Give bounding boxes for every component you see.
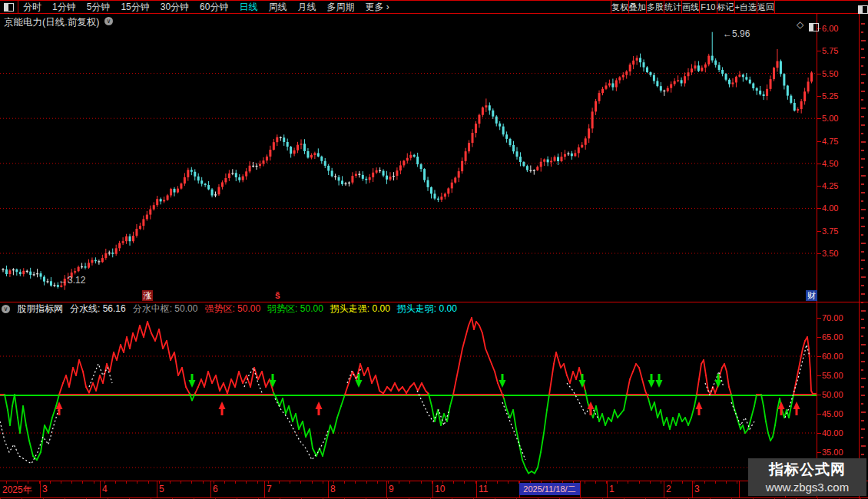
month-separator xyxy=(692,481,693,497)
month-separator xyxy=(386,481,387,497)
price-axis-label: 4.75 xyxy=(822,137,838,147)
date-axis[interactable]: 2025年345678910111232025/11/18/二 xyxy=(0,481,817,497)
action-button-0[interactable]: 复权 xyxy=(611,1,628,13)
price-axis-label: 4.25 xyxy=(822,181,838,191)
action-button-7[interactable]: +自选 xyxy=(734,1,757,13)
indicator-pane[interactable] xyxy=(0,302,817,481)
month-separator xyxy=(739,481,740,497)
price-callout-1: ←5.96 xyxy=(723,28,750,39)
indicator-axis-label: 65.00 xyxy=(822,332,843,342)
action-button-3[interactable]: 统计 xyxy=(664,1,681,13)
panel-toggle-button[interactable] xyxy=(0,1,18,13)
tab-period-2[interactable]: 5分钟 xyxy=(87,1,111,14)
top-toolbar: 分时1分钟5分钟15分钟30分钟60分钟日线周线月线多周期更多 › 复权叠加多股… xyxy=(0,0,868,14)
date-label-2: 4 xyxy=(102,484,108,494)
tab-period-6[interactable]: 日线 xyxy=(239,1,257,14)
tab-period-7[interactable]: 周线 xyxy=(268,1,287,14)
indicator-axis-label: 40.00 xyxy=(822,428,843,438)
price-axis-label: 5.50 xyxy=(822,69,838,79)
title-dropdown-icon[interactable]: ∨ xyxy=(104,17,113,25)
month-separator xyxy=(100,481,101,497)
sidebar-toggle-button[interactable] xyxy=(858,3,868,17)
chart-marker-1: ŝ xyxy=(275,290,280,301)
indicator-axis-label: 50.00 xyxy=(822,390,843,400)
price-axis-label: 3.75 xyxy=(822,226,838,236)
date-label-6: 8 xyxy=(330,484,336,494)
period-tab-bar: 分时1分钟5分钟15分钟30分钟60分钟日线周线月线多周期更多 › xyxy=(23,1,389,13)
panel-icon xyxy=(4,3,14,12)
month-separator xyxy=(607,481,608,497)
action-button-2[interactable]: 多股 xyxy=(646,1,664,13)
tab-period-8[interactable]: 月线 xyxy=(297,1,316,14)
tab-period-0[interactable]: 分时 xyxy=(23,1,41,14)
watermark-title: 指标公式网 xyxy=(748,460,866,480)
panel-icon-right[interactable] xyxy=(809,21,819,35)
indicator-param-4: 弱势区: 50.00 xyxy=(267,302,323,316)
watermark-url: www.zbgs3.com xyxy=(748,481,866,494)
indicator-axis-label: 55.00 xyxy=(822,371,843,381)
tab-period-3[interactable]: 15分钟 xyxy=(121,1,149,14)
tab-period-9[interactable]: 多周期 xyxy=(326,1,354,14)
indicator-param-3: 强势区: 50.00 xyxy=(204,302,260,316)
price-axis-label: 5.75 xyxy=(822,46,838,56)
tab-period-10[interactable]: 更多 › xyxy=(365,1,389,14)
month-separator xyxy=(328,481,329,497)
action-button-5[interactable]: F10 xyxy=(699,1,717,13)
tab-period-5[interactable]: 60分钟 xyxy=(200,1,228,14)
indicator-axis-label: 70.00 xyxy=(822,313,843,323)
date-label-8: 10 xyxy=(435,484,445,494)
indicator-canvas xyxy=(0,302,817,481)
date-label-7: 9 xyxy=(389,484,394,494)
right-edge-strip[interactable] xyxy=(859,14,868,499)
stock-title: 京能电力(日线.前复权) xyxy=(4,16,99,29)
diamond-icon[interactable]: ◇ xyxy=(797,20,803,29)
sidebar-panel-icon xyxy=(858,5,868,14)
app-window: 分时1分钟5分钟15分钟30分钟60分钟日线周线月线多周期更多 › 复权叠加多股… xyxy=(0,0,868,499)
date-label-0: 2025年 xyxy=(2,484,32,497)
chart-marker-2: 财 xyxy=(806,290,817,301)
action-button-4[interactable]: 画线 xyxy=(681,1,699,13)
tab-period-1[interactable]: 1分钟 xyxy=(52,1,76,14)
date-label-1: 3 xyxy=(42,484,48,494)
chart-titlebar: 京能电力(日线.前复权) ∨ ◇ xyxy=(0,14,817,28)
indicator-collapse-icon[interactable]: ∨ xyxy=(2,305,10,313)
action-button-bar: 复权叠加多股统计画线F10标记+自选返回 xyxy=(611,1,775,13)
action-button-6[interactable]: 标记 xyxy=(717,1,734,13)
chart-marker-0: 涨 xyxy=(142,290,153,301)
date-label-10: 1 xyxy=(609,484,615,494)
action-button-1[interactable]: 叠加 xyxy=(628,1,646,13)
price-axis-label: 5.00 xyxy=(822,114,838,124)
price-axis-label: 6.00 xyxy=(822,24,838,34)
indicator-header: ∨ 股朋指标网分水线: 56.16分水中枢: 50.00强势区: 50.00弱势… xyxy=(2,303,457,314)
price-axis[interactable]: 6.005.755.505.255.004.754.504.254.003.75… xyxy=(817,14,859,497)
month-separator xyxy=(264,481,265,497)
main-price-chart[interactable] xyxy=(0,14,817,302)
month-separator xyxy=(580,481,581,497)
date-label-4: 6 xyxy=(213,484,218,494)
price-callout-0: ←3.12 xyxy=(58,275,85,286)
watermark: 指标公式网 www.zbgs3.com xyxy=(748,458,866,496)
date-label-12: 3 xyxy=(694,484,700,494)
date-label-11: 2 xyxy=(666,484,671,494)
month-separator xyxy=(476,481,477,497)
indicator-param-6: 拐头走弱: 0.00 xyxy=(397,302,457,316)
price-axis-label: 5.25 xyxy=(822,91,838,101)
date-label-5: 7 xyxy=(267,484,272,494)
indicator-axis-label: 45.00 xyxy=(822,409,843,419)
indicator-param-2: 分水中枢: 50.00 xyxy=(133,302,198,316)
indicator-param-5: 拐头走强: 0.00 xyxy=(330,302,390,316)
indicator-param-1: 分水线: 56.16 xyxy=(70,302,126,316)
price-axis-label: 3.50 xyxy=(822,249,838,259)
month-separator xyxy=(664,481,664,497)
date-label-9: 11 xyxy=(479,484,488,494)
month-separator xyxy=(432,481,433,497)
action-button-8[interactable]: 返回 xyxy=(757,1,774,13)
month-separator xyxy=(157,481,157,497)
price-axis-label: 4.00 xyxy=(822,203,838,213)
candlestick-canvas xyxy=(0,14,817,302)
indicator-axis-label: 60.00 xyxy=(822,352,843,362)
month-separator xyxy=(40,481,41,497)
date-label-3: 5 xyxy=(159,484,164,494)
tab-period-4[interactable]: 30分钟 xyxy=(161,1,189,14)
indicator-param-0: 股朋指标网 xyxy=(17,302,63,316)
